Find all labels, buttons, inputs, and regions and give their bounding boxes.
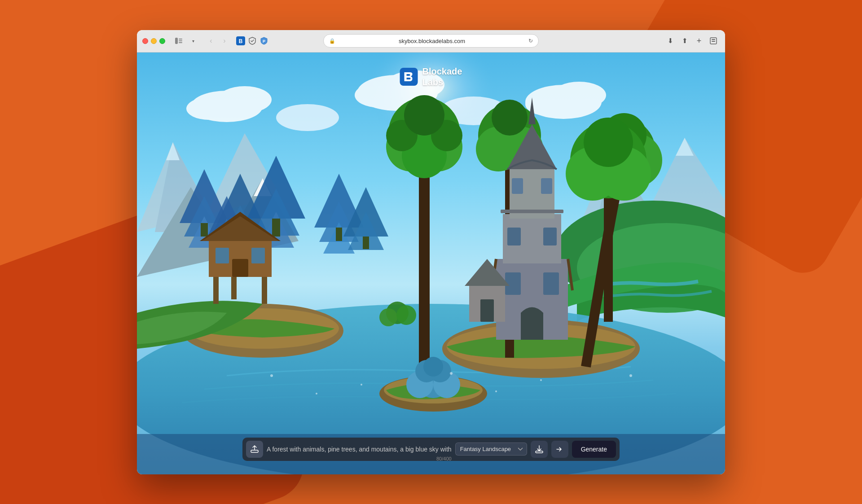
svg-rect-2: [179, 40, 182, 41]
extension-icons: B P: [236, 36, 268, 45]
svg-rect-101: [507, 228, 521, 245]
svg-point-120: [361, 384, 362, 386]
svg-rect-63: [231, 277, 237, 299]
svg-rect-110: [480, 299, 494, 322]
svg-rect-8: [712, 39, 715, 40]
content-area: Blockade Labs 80/400 Fantasy Landscape R…: [137, 53, 725, 474]
style-select[interactable]: Fantasy Landscape Realistic Anime Sci-Fi…: [455, 443, 527, 456]
prompt-input-wrapper: 80/400: [267, 445, 452, 453]
traffic-lights: [142, 38, 165, 44]
svg-point-124: [316, 393, 317, 394]
svg-text:P: P: [263, 39, 265, 44]
close-button[interactable]: [142, 38, 148, 44]
prompt-input[interactable]: [267, 446, 452, 453]
svg-rect-67: [336, 228, 342, 241]
logo-text: Blockade Labs: [422, 66, 462, 88]
share-button[interactable]: ⬆: [678, 35, 691, 47]
download-button[interactable]: [531, 441, 548, 458]
minimize-button[interactable]: [151, 38, 157, 44]
svg-rect-59: [251, 248, 265, 263]
svg-rect-3: [179, 42, 182, 43]
char-count: 80/400: [436, 456, 452, 461]
right-toolbar: ⬇ ⬆ +: [664, 35, 720, 47]
svg-rect-70: [363, 237, 369, 249]
svg-rect-61: [213, 277, 219, 304]
svg-point-123: [629, 374, 632, 377]
lock-icon: 🔒: [329, 38, 335, 44]
share-remix-button[interactable]: [551, 441, 568, 458]
url-bar-wrapper: 🔒 skybox.blockadelabs.com ↻: [323, 34, 539, 48]
svg-rect-62: [262, 277, 267, 304]
svg-rect-102: [543, 228, 557, 245]
svg-rect-58: [216, 248, 229, 263]
download-manager-button[interactable]: ⬇: [664, 35, 677, 47]
svg-text:B: B: [239, 38, 243, 44]
upload-button[interactable]: [246, 441, 263, 458]
svg-rect-51: [272, 219, 280, 237]
url-bar[interactable]: 🔒 skybox.blockadelabs.com ↻: [323, 34, 539, 48]
svg-point-121: [450, 372, 453, 375]
svg-point-119: [270, 374, 273, 377]
svg-point-78: [404, 95, 444, 136]
forward-button[interactable]: ›: [218, 35, 231, 47]
landscape-scene: [137, 53, 725, 474]
svg-rect-100: [541, 178, 552, 194]
svg-point-118: [396, 305, 416, 325]
back-button[interactable]: ‹: [205, 35, 217, 47]
generate-button[interactable]: Generate: [572, 441, 616, 458]
logo-line1: Blockade: [422, 66, 462, 77]
logo-line2: Labs: [422, 77, 462, 88]
svg-point-14: [186, 97, 231, 120]
blockade-ext-icon[interactable]: B: [236, 36, 245, 45]
svg-rect-1: [179, 39, 182, 39]
svg-rect-0: [175, 38, 178, 44]
titlebar: ▾ ‹ › B: [137, 30, 725, 53]
shield-icon-1[interactable]: [248, 36, 257, 45]
url-text[interactable]: skybox.blockadelabs.com: [338, 38, 526, 44]
svg-point-117: [379, 308, 397, 326]
svg-rect-99: [512, 178, 523, 194]
maximize-button[interactable]: [159, 38, 165, 44]
svg-rect-129: [536, 451, 543, 453]
svg-point-122: [540, 379, 542, 381]
svg-point-115: [584, 118, 633, 167]
svg-rect-9: [712, 41, 715, 42]
svg-rect-128: [251, 450, 258, 452]
svg-rect-60: [232, 259, 248, 277]
svg-point-87: [492, 100, 528, 136]
svg-point-21: [276, 104, 339, 131]
new-tab-button[interactable]: +: [693, 35, 705, 47]
logo-icon: [400, 68, 418, 86]
svg-rect-43: [201, 223, 208, 237]
reload-icon[interactable]: ↻: [528, 38, 533, 44]
logo-overlay: Blockade Labs: [400, 66, 462, 88]
svg-point-125: [495, 390, 497, 392]
navigation-buttons: ‹ ›: [205, 35, 231, 47]
shield-icon-2[interactable]: P: [259, 36, 268, 45]
svg-point-17: [355, 83, 404, 108]
sidebar-toggle-button[interactable]: [172, 35, 185, 47]
sidebar-toggle-area: ▾: [172, 35, 199, 47]
chevron-down-icon[interactable]: ▾: [187, 35, 199, 47]
svg-point-93: [423, 357, 443, 377]
tab-list-button[interactable]: [707, 35, 720, 47]
svg-rect-104: [543, 272, 559, 295]
bottom-toolbar: 80/400 Fantasy Landscape Realistic Anime…: [242, 438, 620, 461]
svg-rect-105: [501, 210, 563, 213]
browser-window: ▾ ‹ › B: [137, 30, 725, 474]
